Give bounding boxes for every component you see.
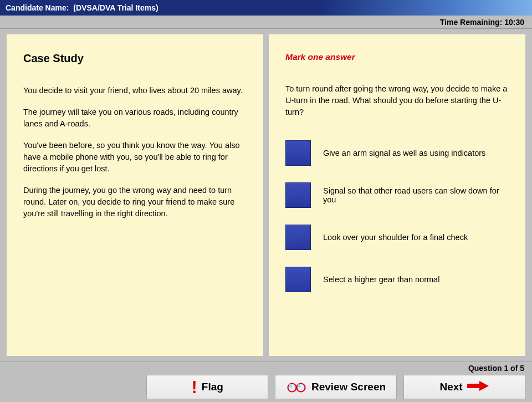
question-progress-text: Question 1 of 5 — [468, 364, 524, 373]
answer-checkbox-4[interactable] — [285, 267, 311, 292]
exclamation-icon: ! — [191, 378, 197, 396]
answer-option: Signal so that other road users can slow… — [285, 182, 509, 208]
candidate-name-label: Candidate Name: — [6, 3, 69, 12]
case-study-heading: Case Study — [23, 52, 247, 65]
case-study-panel: Case Study You decide to visit your frie… — [7, 34, 263, 356]
case-study-paragraph: You decide to visit your friend, who liv… — [23, 85, 247, 96]
answer-checkbox-3[interactable] — [285, 225, 311, 250]
time-remaining-text: Time Remaining: 10:30 — [440, 18, 524, 27]
review-button-label: Review Screen — [311, 381, 386, 393]
review-screen-button[interactable]: Review Screen — [275, 375, 397, 399]
arrow-right-icon — [467, 380, 489, 394]
answer-checkbox-1[interactable] — [285, 140, 311, 166]
flag-button-label: Flag — [202, 381, 223, 393]
case-study-paragraph: The journey will take you on various roa… — [23, 106, 247, 130]
answer-checkbox-2[interactable] — [285, 182, 311, 208]
answer-label: Select a higher gear than normal — [323, 275, 439, 284]
next-button-label: Next — [439, 381, 462, 393]
time-remaining: Time Remaining: 10:30 — [0, 16, 532, 29]
answer-option: Look over your shoulder for a final chec… — [285, 225, 509, 250]
answer-option: Give an arm signal as well as using indi… — [285, 140, 509, 166]
answer-option: Select a higher gear than normal — [285, 267, 509, 292]
svg-marker-4 — [467, 381, 489, 391]
content-panels: Case Study You decide to visit your frie… — [0, 29, 532, 362]
answer-label: Look over your shoulder for a final chec… — [323, 233, 468, 242]
candidate-name-value: (DVSA/DVA Trial Items) — [73, 3, 158, 12]
flag-button[interactable]: ! Flag — [146, 375, 268, 399]
case-study-paragraph: You've been before, so you think you kno… — [23, 140, 247, 175]
question-instruction: Mark one answer — [285, 52, 509, 62]
button-bar: ! Flag Review Screen Next — [0, 374, 532, 402]
question-panel: Mark one answer To turn round after goin… — [269, 34, 525, 356]
question-text: To turn round after going the wrong way,… — [285, 83, 509, 118]
candidate-header: Candidate Name: (DVSA/DVA Trial Items) — [0, 0, 532, 16]
glasses-icon — [286, 381, 307, 393]
question-progress: Question 1 of 5 — [0, 362, 532, 374]
next-button[interactable]: Next — [403, 375, 525, 399]
answer-label: Give an arm signal as well as using indi… — [323, 149, 485, 157]
case-study-paragraph: During the journey, you go the wrong way… — [23, 185, 247, 220]
answer-label: Signal so that other road users can slow… — [323, 186, 509, 204]
